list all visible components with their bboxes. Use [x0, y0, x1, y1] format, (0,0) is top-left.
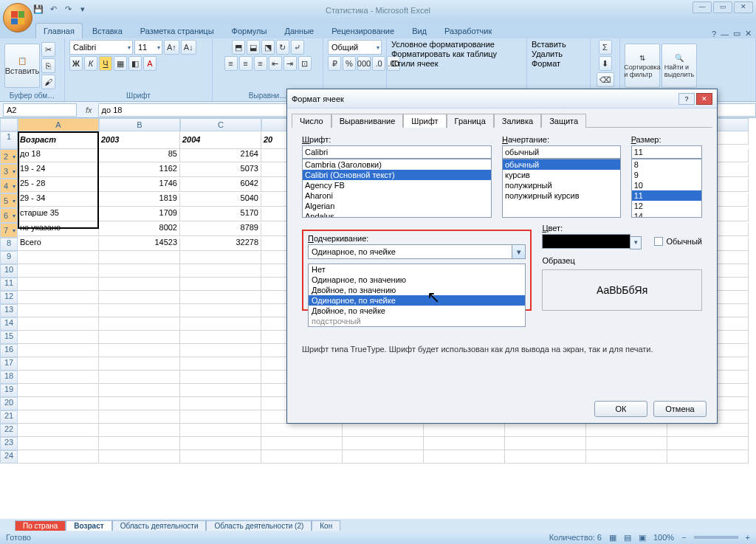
cell[interactable]	[180, 304, 261, 317]
dlg-tab-number[interactable]: Число	[292, 114, 331, 128]
help-icon[interactable]: ?	[712, 30, 716, 38]
cell[interactable]	[18, 424, 99, 437]
cell[interactable]	[18, 357, 99, 371]
cell[interactable]: 2004	[180, 131, 261, 149]
cell[interactable]	[586, 437, 667, 450]
row-header[interactable]: 14	[0, 317, 18, 331]
sheet-tab[interactable]: Кон	[312, 520, 340, 531]
border-button[interactable]: ▦	[114, 56, 127, 71]
italic-button[interactable]: К	[84, 56, 97, 71]
cell[interactable]: 2003	[99, 131, 180, 149]
align-right-icon[interactable]: ≡	[254, 56, 267, 71]
cell[interactable]: 8789	[180, 223, 261, 236]
normal-checkbox[interactable]: Обычный	[654, 237, 702, 246]
grow-font-icon[interactable]: A↑	[164, 40, 179, 55]
dlg-tab-alignment[interactable]: Выравнивание	[331, 114, 404, 128]
cell[interactable]	[180, 410, 261, 424]
col-header[interactable]: B	[99, 118, 180, 131]
cell[interactable]	[18, 344, 99, 357]
clear-icon[interactable]: ⌫	[597, 72, 614, 87]
cell[interactable]: 1819	[99, 193, 180, 207]
paste-button[interactable]: 📋Вставить	[4, 44, 40, 88]
close-doc-icon[interactable]: ✕	[745, 29, 752, 38]
cell[interactable]	[99, 384, 180, 397]
underline-option[interactable]: Одинарное, по ячейке	[309, 295, 525, 306]
row-header[interactable]: 2	[0, 149, 18, 164]
cell[interactable]	[180, 357, 261, 371]
cell[interactable]	[99, 357, 180, 371]
row-header[interactable]: 21	[0, 410, 18, 424]
cell[interactable]	[18, 251, 99, 264]
row-header[interactable]: 6	[0, 208, 18, 223]
cell[interactable]	[99, 278, 180, 291]
cell[interactable]	[99, 291, 180, 304]
cell[interactable]	[180, 384, 261, 397]
cell[interactable]	[261, 450, 343, 464]
format-cells-button[interactable]: Формат	[532, 59, 560, 68]
font-size-select[interactable]: 11	[134, 40, 162, 55]
cell[interactable]	[343, 450, 424, 464]
row-header[interactable]: 1	[0, 131, 18, 149]
minimize-button[interactable]: —	[693, 1, 712, 13]
restore-doc-icon[interactable]: ▭	[733, 29, 740, 38]
cell[interactable]	[343, 437, 424, 450]
currency-icon[interactable]: ₽	[328, 56, 341, 71]
cell[interactable]	[180, 264, 261, 278]
underline-button[interactable]: Ч	[99, 56, 112, 71]
bold-button[interactable]: Ж	[69, 56, 83, 71]
copy-icon[interactable]: ⎘	[41, 58, 55, 73]
dlg-tab-border[interactable]: Граница	[447, 114, 494, 128]
insert-cells-button[interactable]: Вставить	[532, 40, 566, 49]
sheet-tab[interactable]: По страна	[15, 520, 66, 531]
font-name-select[interactable]: Calibri	[69, 40, 133, 55]
dlg-tab-font[interactable]: Шрифт	[403, 114, 446, 128]
cell[interactable]: 2164	[180, 149, 261, 162]
format-as-table-button[interactable]: Форматировать как таблицу	[391, 49, 497, 58]
orientation-icon[interactable]: ↻	[276, 40, 289, 55]
cell[interactable]	[18, 278, 99, 291]
cell[interactable]	[180, 317, 261, 331]
tab-pagelayout[interactable]: Разметка страницы	[132, 23, 222, 38]
zoom-in-icon[interactable]: +	[746, 533, 750, 542]
font-color-button[interactable]: A	[143, 56, 157, 71]
find-select-button[interactable]: 🔍Найти и выделить	[662, 44, 697, 88]
cancel-button[interactable]: Отмена	[653, 401, 707, 417]
ok-button[interactable]: ОК	[594, 401, 647, 417]
cell[interactable]	[505, 450, 586, 464]
view-break-icon[interactable]: ▣	[639, 533, 646, 543]
row-header[interactable]: 18	[0, 371, 18, 384]
cell[interactable]	[99, 264, 180, 278]
cell[interactable]	[424, 450, 505, 464]
minimize-doc-icon[interactable]: —	[721, 30, 729, 38]
autosum-icon[interactable]: Σ	[599, 40, 612, 55]
cell[interactable]: 5170	[180, 208, 261, 221]
sort-filter-button[interactable]: ⇅Сортировка и фильтр	[625, 44, 660, 88]
zoom-level[interactable]: 100%	[653, 533, 674, 542]
cell[interactable]: 8002	[99, 223, 180, 236]
cell[interactable]	[180, 291, 261, 304]
row-header[interactable]: 9	[0, 251, 18, 264]
row-header[interactable]: 20	[0, 397, 18, 410]
dialog-close-icon[interactable]: ✕	[696, 93, 712, 105]
sheet-tab[interactable]: Область деятельности	[112, 520, 207, 531]
cell[interactable]	[424, 437, 505, 450]
row-header[interactable]: 3	[0, 164, 18, 179]
cell[interactable]: не указано	[18, 223, 99, 236]
view-layout-icon[interactable]: ▤	[624, 533, 631, 543]
dialog-help-icon[interactable]: ?	[678, 93, 695, 105]
redo-icon[interactable]: ↷	[62, 3, 74, 15]
fx-icon[interactable]: fx	[80, 106, 98, 114]
style-list[interactable]: обычный курсив полужирный полужирный кур…	[502, 159, 621, 218]
row-header[interactable]: 11	[0, 278, 18, 291]
cell[interactable]	[586, 424, 667, 437]
row-header[interactable]: 4	[0, 179, 18, 193]
cell[interactable]	[99, 344, 180, 357]
row-header[interactable]: 5	[0, 193, 18, 208]
fill-color-button[interactable]: ◧	[128, 56, 142, 71]
zoom-slider[interactable]	[694, 536, 738, 539]
cell[interactable]: 19 - 24	[18, 164, 99, 177]
tab-home[interactable]: Главная	[35, 23, 83, 38]
cell[interactable]: старше 35	[18, 208, 99, 221]
format-painter-icon[interactable]: 🖌	[41, 75, 55, 89]
cell[interactable]	[18, 410, 99, 424]
